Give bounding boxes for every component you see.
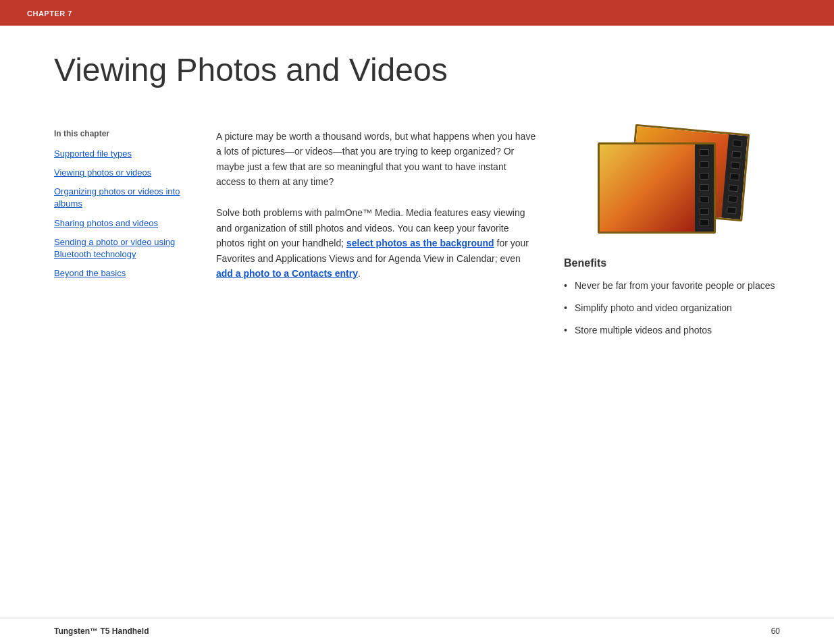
- sidebar-link-supported-file-types[interactable]: Supported file types: [54, 148, 189, 160]
- sidebar-heading: In this chapter: [54, 129, 189, 138]
- footer-page-number: 60: [771, 626, 780, 636]
- photo-front: [598, 142, 716, 234]
- right-column: Benefits Never be far from your favorite…: [564, 129, 780, 346]
- main-content: Viewing Photos and Videos In this chapte…: [0, 26, 834, 386]
- columns-layout: In this chapter Supported file types Vie…: [54, 129, 780, 346]
- photo-illustration: [564, 129, 780, 237]
- film-hole-f6: [700, 208, 709, 215]
- footer-product-regular: Handheld: [109, 626, 149, 636]
- sidebar: In this chapter Supported file types Vie…: [54, 129, 189, 287]
- film-hole-4: [729, 173, 739, 180]
- film-hole-7: [727, 207, 737, 214]
- film-strip-front: [695, 144, 714, 232]
- film-hole-f2: [700, 161, 709, 168]
- sidebar-link-viewing-photos-or-videos[interactable]: Viewing photos or videos: [54, 167, 189, 179]
- middle-column: A picture may be worth a thousand words,…: [216, 129, 537, 298]
- film-hole-f3: [700, 173, 709, 180]
- sidebar-link-beyond-the-basics[interactable]: Beyond the basics: [54, 267, 189, 279]
- page-title: Viewing Photos and Videos: [54, 53, 780, 88]
- photo-front-image-gradient: [600, 144, 695, 232]
- sidebar-link-organizing-photos-or-videos-into-albums[interactable]: Organizing photos or videos into albums: [54, 186, 189, 210]
- chapter-label: CHAPTER 7: [27, 9, 72, 18]
- film-hole-6: [727, 195, 737, 203]
- page-wrapper: CHAPTER 7 Viewing Photos and Videos In t…: [0, 0, 834, 644]
- footer-product-bold: Tungsten™ T5: [54, 626, 109, 636]
- page-footer: Tungsten™ T5 Handheld 60: [0, 618, 834, 644]
- chapter-bar: CHAPTER 7: [0, 0, 834, 26]
- benefits-item-1: Never be far from your favorite people o…: [564, 279, 780, 293]
- film-hole-f4: [700, 184, 709, 191]
- select-photos-background-link[interactable]: select photos as the background: [346, 238, 494, 248]
- film-hole-1: [733, 140, 743, 147]
- body-paragraph-1: A picture may be worth a thousand words,…: [216, 129, 537, 190]
- film-hole-3: [731, 162, 741, 169]
- body-paragraph-2: Solve both problems with palmOne™ Media.…: [216, 205, 537, 281]
- benefits-item-2: Simplify photo and video organization: [564, 301, 780, 315]
- footer-product: Tungsten™ T5 Handheld: [54, 626, 149, 636]
- film-hole-5: [729, 184, 739, 192]
- benefits-title: Benefits: [564, 257, 780, 269]
- film-hole-f5: [700, 196, 709, 203]
- benefits-list: Never be far from your favorite people o…: [564, 279, 780, 338]
- body-paragraph-2-end: .: [358, 268, 361, 279]
- sidebar-link-sending-photo-bluetooth[interactable]: Sending a photo or video using Bluetooth…: [54, 236, 189, 261]
- film-hole-2: [731, 151, 741, 158]
- film-hole-f1: [700, 149, 709, 156]
- photo-front-image-area: [600, 144, 695, 232]
- photo-stack: [598, 129, 746, 237]
- film-hole-f7: [700, 219, 709, 226]
- sidebar-link-sharing-photos-and-videos[interactable]: Sharing photos and videos: [54, 217, 189, 230]
- benefits-section: Benefits Never be far from your favorite…: [564, 257, 780, 338]
- benefits-item-3: Store multiple videos and photos: [564, 323, 780, 338]
- add-photo-contacts-link[interactable]: add a photo to a Contacts entry: [216, 268, 358, 279]
